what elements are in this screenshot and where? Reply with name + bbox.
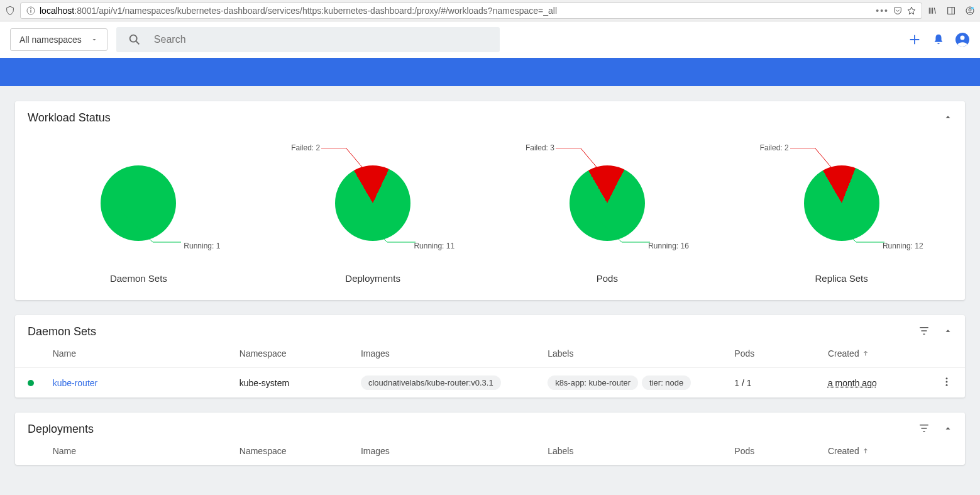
- image-chip: cloudnativelabs/kube-router:v0.3.1: [361, 375, 501, 390]
- chart-failed-label: Failed: 3: [526, 143, 554, 152]
- table-row: kube-router kube-system cloudnativelabs/…: [15, 367, 965, 398]
- svg-point-7: [971, 7, 974, 9]
- user-menu-button[interactable]: [955, 32, 970, 47]
- col-images[interactable]: Images: [361, 348, 548, 359]
- workload-status-title: Workload Status: [28, 111, 111, 125]
- svg-rect-2: [30, 8, 31, 9]
- resource-name-link[interactable]: kube-router: [53, 378, 98, 388]
- col-images[interactable]: Images: [361, 446, 548, 456]
- chart-caption: Replica Sets: [815, 273, 868, 284]
- row-actions-button[interactable]: [941, 379, 952, 389]
- svg-point-13: [945, 381, 947, 383]
- chart-running-label: Running: 11: [414, 242, 454, 250]
- bookmark-star-icon[interactable]: [906, 6, 917, 16]
- app-bar: All namespaces: [0, 21, 980, 58]
- filter-icon: [918, 423, 930, 434]
- daemon-sets-card: Daemon Sets Name Namespace Images Labels…: [15, 315, 965, 398]
- col-labels[interactable]: Labels: [548, 446, 734, 456]
- search-input[interactable]: [154, 34, 488, 45]
- security-indicator: [5, 6, 15, 16]
- deployments-table-header: Name Namespace Images Labels Pods Create…: [15, 436, 965, 465]
- status-chart: Failed: 2 Running: 11 Deployments: [291, 143, 454, 284]
- chart-running-label: Running: 1: [184, 242, 220, 250]
- cell-namespace: kube-system: [239, 378, 361, 388]
- label-chip: k8s-app: kube-router: [548, 375, 638, 390]
- search-icon: [128, 33, 141, 47]
- url-bar[interactable]: localhost:8001/api/v1/namespaces/kuberne…: [20, 3, 922, 19]
- pie-chart: [101, 165, 176, 241]
- chart-caption: Pods: [597, 273, 618, 284]
- url-more-icon[interactable]: •••: [876, 6, 889, 16]
- deployments-title: Deployments: [28, 423, 94, 436]
- pie-chart: [804, 165, 879, 241]
- chart-caption: Daemon Sets: [110, 273, 167, 284]
- notifications-button[interactable]: [931, 32, 946, 47]
- col-created[interactable]: Created: [828, 348, 927, 359]
- svg-point-14: [945, 384, 947, 386]
- chevron-up-icon: [944, 113, 952, 121]
- chart-running-label: Running: 16: [648, 242, 689, 250]
- sort-asc-icon: [862, 350, 869, 357]
- bell-icon: [932, 33, 945, 47]
- library-icon[interactable]: [927, 6, 937, 16]
- cell-pods: 1 / 1: [734, 378, 828, 388]
- url-path: :8001/api/v1/namespaces/kubernetes-dashb…: [74, 6, 557, 16]
- status-chart: Failed: 2 Running: 12 Replica Sets: [760, 143, 923, 284]
- search-box[interactable]: [116, 27, 500, 52]
- chart-failed-label: Failed: 2: [760, 143, 789, 152]
- status-chart: Failed: 3 Running: 16 Pods: [526, 143, 689, 284]
- pocket-icon[interactable]: [893, 6, 903, 16]
- svg-line-9: [136, 42, 140, 45]
- col-pods[interactable]: Pods: [734, 348, 828, 359]
- shield-icon: [5, 6, 15, 16]
- collapse-card-button[interactable]: [944, 326, 952, 337]
- daemon-sets-title: Daemon Sets: [28, 325, 96, 338]
- url-host: localhost: [40, 6, 74, 16]
- filter-button[interactable]: [918, 423, 930, 436]
- daemon-sets-table-header: Name Namespace Images Labels Pods Create…: [15, 338, 965, 367]
- col-name[interactable]: Name: [53, 446, 239, 456]
- user-icon: [955, 32, 970, 47]
- svg-point-12: [945, 377, 947, 379]
- col-created[interactable]: Created: [828, 446, 927, 456]
- browser-chrome: localhost:8001/api/v1/namespaces/kuberne…: [0, 0, 980, 21]
- status-dot-running: [28, 380, 34, 386]
- collapse-card-button[interactable]: [944, 424, 952, 435]
- namespace-selector-label: All namespaces: [19, 35, 82, 45]
- workload-status-card: Workload Status Running: 1 Daemon Sets F…: [15, 101, 965, 300]
- col-name[interactable]: Name: [53, 348, 239, 359]
- col-labels[interactable]: Labels: [548, 348, 734, 359]
- cell-created: a month ago: [828, 378, 877, 388]
- status-chart: Running: 1 Daemon Sets: [57, 143, 220, 284]
- namespace-selector[interactable]: All namespaces: [10, 28, 107, 51]
- kebab-icon: [941, 376, 952, 387]
- col-namespace[interactable]: Namespace: [239, 348, 361, 359]
- info-icon: [26, 6, 36, 16]
- svg-rect-3: [948, 7, 955, 14]
- chart-failed-label: Failed: 2: [291, 143, 320, 152]
- chevron-up-icon: [944, 326, 952, 335]
- deployments-card: Deployments Name Namespace Images Labels…: [15, 413, 965, 465]
- account-icon[interactable]: [965, 6, 975, 16]
- chart-caption: Deployments: [345, 273, 400, 284]
- sidebar-icon[interactable]: [946, 6, 956, 16]
- collapse-card-button[interactable]: [944, 113, 952, 123]
- status-charts-row: Running: 1 Daemon Sets Failed: 2 Running…: [15, 125, 965, 300]
- col-pods[interactable]: Pods: [734, 446, 828, 456]
- svg-point-8: [129, 35, 136, 42]
- plus-icon: [908, 33, 922, 47]
- label-chip: tier: node: [642, 375, 691, 390]
- svg-point-11: [961, 36, 965, 40]
- create-button[interactable]: [907, 32, 922, 47]
- pie-chart: [335, 165, 410, 241]
- sort-asc-icon: [862, 447, 869, 455]
- filter-icon: [918, 325, 930, 336]
- chart-running-label: Running: 12: [883, 242, 923, 250]
- filter-button[interactable]: [918, 325, 930, 338]
- chevron-down-icon: [91, 36, 98, 43]
- col-namespace[interactable]: Namespace: [239, 446, 361, 456]
- svg-rect-1: [30, 9, 31, 13]
- svg-point-6: [969, 8, 971, 11]
- pie-chart: [570, 165, 645, 241]
- chevron-up-icon: [944, 424, 952, 433]
